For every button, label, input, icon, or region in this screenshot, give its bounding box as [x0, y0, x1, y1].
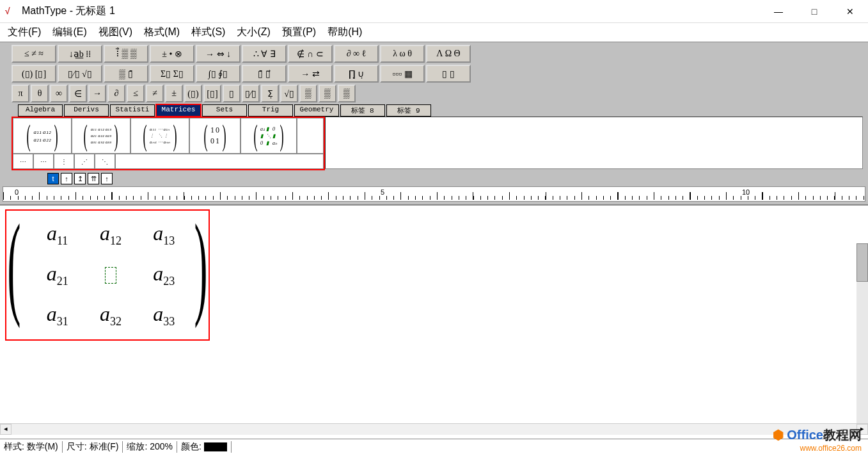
- insertion-cursor[interactable]: [105, 267, 116, 284]
- tool-fences[interactable]: (▯) [▯]: [12, 65, 56, 83]
- tab-sets[interactable]: Sets: [202, 104, 247, 117]
- tool-arrows[interactable]: → ⇔ ↓: [196, 45, 241, 63]
- tool-relational[interactable]: ≤ ≠ ≈: [12, 45, 56, 63]
- palette-extra[interactable]: [325, 117, 863, 169]
- status-zoom[interactable]: 缩放: 200%: [123, 441, 177, 453]
- tool-embellish[interactable]: ⫶⃗ ▒ ▒: [104, 45, 148, 63]
- status-color[interactable]: 颜色:: [177, 441, 232, 453]
- tool-integral[interactable]: ∫▯ ∮▯: [196, 65, 241, 83]
- close-button[interactable]: ✕: [832, 0, 868, 23]
- matrix-cell-31[interactable]: a31: [47, 302, 68, 328]
- sym-partial[interactable]: ∂: [107, 85, 125, 102]
- tool-subsup[interactable]: ▒ ▯̄: [104, 65, 148, 83]
- right-paren: ): [194, 206, 208, 326]
- tool-set[interactable]: ∉ ∩ ⊂: [288, 45, 333, 63]
- menu-preferences[interactable]: 预置(P): [278, 24, 320, 40]
- matrix-cell-13[interactable]: a13: [153, 222, 175, 248]
- palette-ddots[interactable]: ⋱: [95, 154, 115, 169]
- tool-products[interactable]: ∏̣ ∪̣: [334, 65, 379, 83]
- tool-arrows2[interactable]: → ⇄: [288, 65, 333, 83]
- minimize-button[interactable]: —: [761, 0, 796, 23]
- sym-neq[interactable]: ≠: [146, 85, 164, 102]
- tab-9[interactable]: 标签 9: [386, 104, 431, 117]
- menu-format[interactable]: 格式(M): [140, 24, 184, 40]
- matrix-cell-11[interactable]: a11: [47, 222, 68, 248]
- matrix-cell-33[interactable]: a33: [153, 302, 175, 328]
- tool-overbar[interactable]: ▯̄ ▯⃗: [242, 65, 287, 83]
- sym-sub1[interactable]: ▒: [299, 85, 317, 102]
- tool-sum[interactable]: Σ▯ Σ▯: [150, 65, 194, 83]
- tool-boxes[interactable]: ▯ ▯: [426, 65, 471, 83]
- palette-empty-1[interactable]: [297, 118, 324, 154]
- editor-area[interactable]: ( a11a12a13a21a23a31a32a33 ): [0, 206, 868, 398]
- palette-2x2[interactable]: (a₁₁a₁₂a₂₁a₂₂): [13, 118, 72, 154]
- matrix-cell-23[interactable]: a23: [153, 262, 175, 288]
- sym-sub2[interactable]: ▒: [319, 85, 336, 102]
- menu-size[interactable]: 大小(Z): [233, 24, 274, 40]
- tab-statisti[interactable]: Statisti: [110, 104, 155, 117]
- menu-file[interactable]: 文件(F): [4, 24, 45, 40]
- tab-derivs[interactable]: Derivs: [64, 104, 109, 117]
- sym-arrow[interactable]: →: [88, 85, 106, 102]
- tab-8[interactable]: 标签 8: [340, 104, 385, 117]
- sym-sub3[interactable]: ▒: [338, 85, 356, 102]
- nav-up-2[interactable]: ↥: [74, 173, 86, 184]
- palette-diag[interactable]: (a₁▮0▮⋱▮0▮aₙ): [241, 118, 297, 154]
- nav-tab-icon[interactable]: t: [47, 173, 59, 184]
- vertical-scrollbar[interactable]: [856, 243, 868, 429]
- tool-spaces[interactable]: ↓a͟b ⁞⁞: [58, 45, 102, 63]
- tool-greek-upper[interactable]: Λ Ω Θ: [426, 45, 471, 63]
- matrix-cell-12[interactable]: a12: [100, 222, 122, 248]
- tab-algebra[interactable]: Algebra: [18, 104, 63, 117]
- nav-up-4[interactable]: ↑: [101, 173, 113, 184]
- tool-operators[interactable]: ± • ⊗: [150, 45, 194, 63]
- sym-bracket[interactable]: [▯]: [203, 85, 221, 102]
- nav-up-1[interactable]: ↑: [61, 173, 72, 184]
- hscroll-left[interactable]: ◂: [0, 424, 12, 435]
- tool-matrices[interactable]: ▫▫▫ ▦: [380, 65, 425, 83]
- matrix-cell-22[interactable]: [105, 267, 116, 284]
- ruler[interactable]: 0 5 10: [3, 186, 865, 202]
- sym-pm[interactable]: ±: [165, 85, 183, 102]
- horizontal-scrollbar[interactable]: ◂ ▸: [0, 423, 868, 435]
- matrix-equation[interactable]: ( a11a12a13a21a23a31a32a33 ): [5, 209, 210, 341]
- maximize-button[interactable]: □: [796, 0, 832, 23]
- matrix-cell-32[interactable]: a32: [100, 302, 122, 328]
- sym-leq[interactable]: ≤: [127, 85, 145, 102]
- nav-up-3[interactable]: ⇈: [88, 173, 99, 184]
- palette-hdots-low[interactable]: ⋯: [13, 154, 33, 169]
- tool-greek-lower[interactable]: λ ω θ: [380, 45, 425, 63]
- tool-misc[interactable]: ∂ ∞ ℓ: [334, 45, 379, 63]
- tab-geometry[interactable]: Geometry: [294, 104, 339, 117]
- menu-view[interactable]: 视图(V): [95, 24, 136, 40]
- palette-mxn[interactable]: (a₁₁⋯a₁ₙ⋮⋱⋮aₘ₁⋯aₘₙ): [130, 118, 189, 154]
- menu-help[interactable]: 帮助(H): [324, 24, 366, 40]
- tab-matrices[interactable]: Matrices: [156, 104, 201, 117]
- sym-frac[interactable]: ▯⁄▯: [242, 85, 260, 102]
- palette-empty-2[interactable]: [115, 154, 324, 169]
- palette-hdots[interactable]: ⋯: [33, 154, 54, 169]
- matrices-palette: (a₁₁a₁₂a₂₁a₂₂) (a₁₁a₁₂a₁₃a₂₁a₂₂a₂₃a₃₁a₃₂…: [12, 117, 325, 170]
- sym-infinity[interactable]: ∞: [50, 85, 68, 102]
- titlebar: √ MathType - 无标题 1 — □ ✕: [0, 0, 868, 23]
- tab-trig[interactable]: Trig: [248, 104, 293, 117]
- status-size[interactable]: 尺寸: 标准(F): [63, 441, 123, 453]
- matrix-cell-21[interactable]: a21: [47, 262, 68, 288]
- sym-in[interactable]: ∈: [69, 85, 87, 102]
- sym-sum[interactable]: Σ̣: [261, 85, 279, 102]
- menu-style[interactable]: 样式(S): [187, 24, 229, 40]
- palette-vdots[interactable]: ⋮: [54, 154, 74, 169]
- palette-3x3[interactable]: (a₁₁a₁₂a₁₃a₂₁a₂₂a₂₃a₃₁a₃₂a₃₃): [72, 118, 130, 154]
- status-style[interactable]: 样式: 数学(M): [0, 441, 63, 453]
- palette-identity[interactable]: (1001): [189, 118, 241, 154]
- sym-theta[interactable]: θ: [31, 85, 49, 102]
- tool-fractions[interactable]: ▯⁄▯ √▯: [58, 65, 102, 83]
- tool-logical[interactable]: ∴ ∀ ∃: [242, 45, 287, 63]
- sym-sqrt[interactable]: √▯: [280, 85, 298, 102]
- sym-box[interactable]: ▯: [223, 85, 241, 102]
- scrollbar-thumb[interactable]: [856, 243, 868, 282]
- menu-edit[interactable]: 编辑(E): [49, 24, 90, 40]
- sym-paren[interactable]: (▯): [184, 85, 202, 102]
- palette-adots[interactable]: ⋰: [74, 154, 95, 169]
- sym-pi[interactable]: π: [12, 85, 29, 102]
